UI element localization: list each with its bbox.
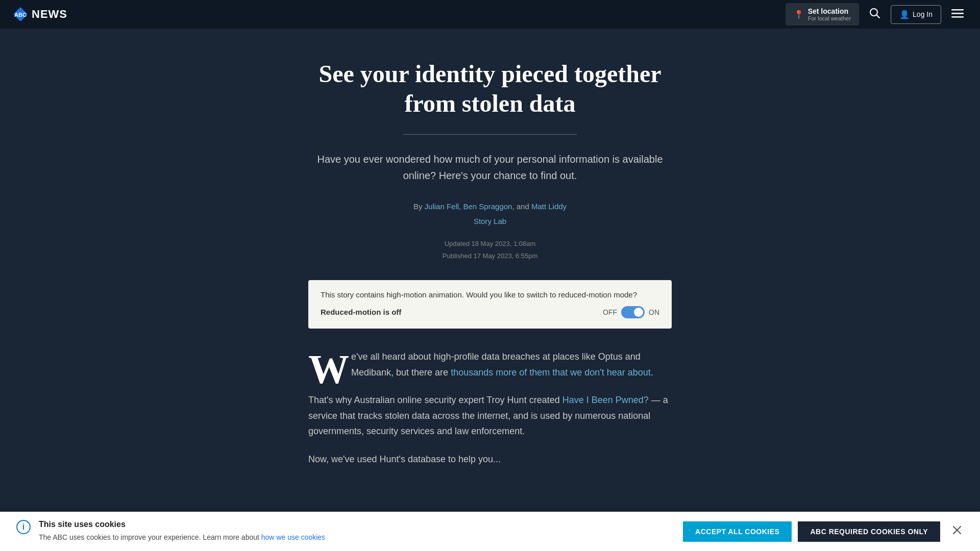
author-ben-spraggon[interactable]: Ben Spraggon <box>463 202 512 211</box>
login-button[interactable]: 👤 Log In <box>891 5 941 24</box>
location-sub-label: For local weather <box>808 15 851 21</box>
header-right: 📍 Set location For local weather 👤 Log I… <box>786 3 968 26</box>
article-body: W e've all heard about high-profile data… <box>308 349 672 467</box>
story-lab-link[interactable]: Story Lab <box>308 217 672 226</box>
article-byline: By Julian Fell, Ben Spraggon, and Matt L… <box>308 202 672 211</box>
toggle-off-label: OFF <box>603 308 617 316</box>
cookie-text: This site uses cookies The ABC uses cook… <box>39 520 325 543</box>
cookie-how-link[interactable]: how we use cookies <box>261 533 325 541</box>
toggle-row: Reduced-motion is off OFF ON <box>321 306 659 318</box>
cookie-right: ACCEPT ALL COOKIES ABC REQUIRED COOKIES … <box>683 521 964 542</box>
abc-diamond-icon: ABC <box>12 6 29 22</box>
login-label: Log In <box>913 10 933 18</box>
abc-news-wordmark: NEWS <box>32 8 67 21</box>
reduced-motion-label: Reduced-motion is off <box>321 308 401 316</box>
animation-notice-box: This story contains high-motion animatio… <box>308 280 672 329</box>
search-icon <box>869 8 880 19</box>
search-button[interactable] <box>865 4 885 26</box>
hamburger-menu-button[interactable] <box>947 3 968 26</box>
byline-prefix: By <box>413 202 423 211</box>
article-main: See your identity pieced together from s… <box>296 29 684 531</box>
location-pin-icon: 📍 <box>794 10 804 19</box>
cookie-banner: i This site uses cookies The ABC uses co… <box>0 512 980 551</box>
user-icon: 👤 <box>899 10 910 19</box>
cookie-desc-text: The ABC uses cookies to improve your exp… <box>39 533 259 541</box>
cookie-description: The ABC uses cookies to improve your exp… <box>39 532 325 543</box>
body-paragraph-3: Now, we've used Hunt's database to help … <box>308 452 672 467</box>
accept-all-cookies-button[interactable]: ACCEPT ALL COOKIES <box>683 521 792 542</box>
toggle-control: OFF ON <box>603 306 659 318</box>
header-left: ABC NEWS <box>12 6 67 22</box>
cookie-title: This site uses cookies <box>39 520 325 529</box>
svg-text:ABC: ABC <box>14 12 27 18</box>
reduced-motion-toggle[interactable] <box>621 306 645 318</box>
link-thousands[interactable]: thousands more of them that we don't hea… <box>451 367 651 378</box>
svg-rect-4 <box>951 9 964 11</box>
abc-news-logo[interactable]: ABC NEWS <box>12 6 67 22</box>
set-location-button[interactable]: 📍 Set location For local weather <box>786 3 859 26</box>
svg-rect-6 <box>951 16 964 18</box>
svg-rect-5 <box>951 13 964 14</box>
body-paragraph-2: That's why Australian online security ex… <box>308 392 672 439</box>
toggle-on-label: ON <box>649 308 659 316</box>
published-date: Published 17 May 2023, 6:55pm <box>308 250 672 262</box>
link-hibp[interactable]: Have I Been Pwned? <box>562 395 649 405</box>
close-icon <box>952 525 962 535</box>
body-paragraph-1: W e've all heard about high-profile data… <box>308 349 672 380</box>
location-set-label: Set location <box>808 7 848 15</box>
cookie-info-icon: i <box>16 520 31 534</box>
dropcap-w: W <box>308 353 349 386</box>
svg-line-3 <box>877 15 880 18</box>
animation-notice-text: This story contains high-motion animatio… <box>321 290 659 299</box>
required-cookies-only-button[interactable]: ABC REQUIRED COOKIES ONLY <box>798 521 940 542</box>
menu-icon <box>951 7 964 19</box>
body-para2-pre: That's why Australian online security ex… <box>308 395 562 405</box>
article-title: See your identity pieced together from s… <box>308 59 672 118</box>
title-divider <box>403 134 577 135</box>
author-julian-fell[interactable]: Julian Fell <box>425 202 459 211</box>
updated-date: Updated 18 May 2023, 1:08am <box>308 238 672 249</box>
article-subtitle: Have you ever wondered how much of your … <box>308 151 672 184</box>
author-matt-liddy[interactable]: Matt Liddy <box>531 202 567 211</box>
cookie-left: i This site uses cookies The ABC uses co… <box>16 520 325 543</box>
cookie-banner-close-button[interactable] <box>950 523 964 539</box>
site-header: ABC NEWS 📍 Set location For local weathe… <box>0 0 980 29</box>
article-dates: Updated 18 May 2023, 1:08am Published 17… <box>308 238 672 262</box>
